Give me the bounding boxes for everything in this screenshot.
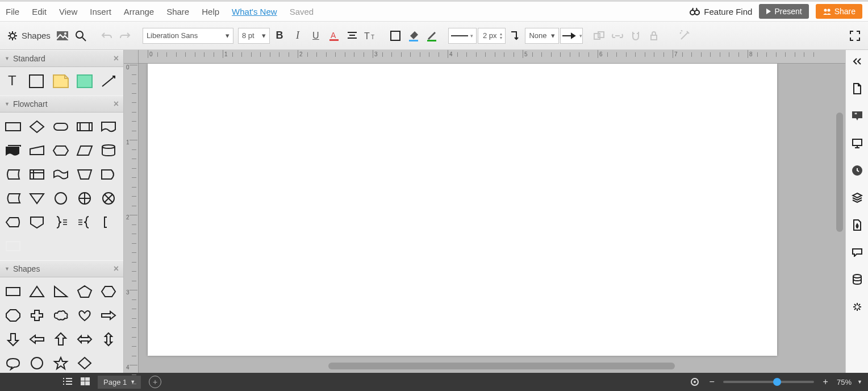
undo-button[interactable] [98,27,115,44]
menu-whats-new[interactable]: What's New [232,7,277,16]
shape-circle[interactable] [27,353,47,373]
dock-master-button[interactable] [850,218,864,232]
category-header-shapes[interactable]: ▼ Shapes × [0,260,123,277]
shape-process[interactable] [3,117,23,136]
view-grid-button[interactable] [81,377,90,387]
arrow-end-select[interactable]: ▾ [560,28,583,44]
category-header-standard[interactable]: ▼ Standard × [0,50,123,67]
menu-file[interactable]: File [6,7,19,16]
shape-diamond[interactable] [75,353,94,373]
shape-star[interactable] [51,353,70,373]
dock-collapse-button[interactable] [850,55,864,68]
zoom-out-button[interactable]: − [706,376,717,388]
shape-summing[interactable] [99,189,118,208]
shape-note[interactable] [51,72,70,91]
shape-offpage[interactable] [27,213,47,232]
shape-arrow-left[interactable] [27,330,47,349]
scrollbar-horizontal[interactable] [328,363,675,369]
fill-color-button[interactable] [405,27,422,44]
shape-display[interactable] [3,213,23,232]
shape-storeddata[interactable] [3,189,23,208]
lock-button[interactable] [645,27,662,44]
fullscreen-button[interactable] [846,27,863,44]
text-color-button[interactable]: A [326,27,343,44]
shape-block[interactable] [27,72,47,91]
font-family-select[interactable]: Liberation Sans ▾ [143,28,233,44]
dock-page-button[interactable] [850,82,864,95]
shape-brace-l[interactable] [75,213,94,232]
search-button[interactable] [72,27,89,44]
shape-arrow-ud[interactable] [99,330,118,349]
line-color-button[interactable] [423,27,440,44]
line-style-select[interactable]: ▾ [448,28,477,44]
shape-document[interactable] [99,117,118,136]
stepper-up-icon[interactable]: ▲ [499,32,503,36]
dock-magic-button[interactable] [850,300,864,314]
bold-button[interactable]: B [271,27,288,44]
menu-view[interactable]: View [59,7,77,16]
dock-layers-button[interactable] [850,191,864,205]
shape-line[interactable] [99,72,118,91]
shape-preparation[interactable] [51,141,70,160]
canvas-area[interactable]: 012345678 01234 [124,50,845,373]
dock-present-button[interactable] [850,136,864,150]
zoom-slider-knob[interactable] [773,378,781,386]
text-size-button[interactable]: TT [362,27,379,44]
shape-connector[interactable] [51,189,70,208]
category-header-flowchart[interactable]: ▼ Flowchart × [0,95,123,113]
shape-delay[interactable] [99,165,118,184]
menu-help[interactable]: Help [202,7,219,16]
menu-arrange[interactable]: Arrange [124,7,154,16]
shape-or[interactable] [75,189,94,208]
shape-pentagon[interactable] [75,282,94,301]
line-routing-button[interactable] [507,27,524,44]
redo-button[interactable] [116,27,133,44]
magnet-button[interactable] [627,27,644,44]
align-button[interactable] [344,27,361,44]
add-page-button[interactable]: + [149,376,161,388]
shape-octagon[interactable] [3,306,23,325]
border-button[interactable] [387,27,404,44]
underline-button[interactable]: U [307,27,324,44]
shape-data[interactable] [75,141,94,160]
dock-history-button[interactable] [850,164,864,177]
shape-righttri[interactable] [51,282,70,301]
dock-data-button[interactable] [850,273,864,286]
stepper-down-icon[interactable]: ▼ [499,36,503,40]
present-button[interactable]: Present [759,4,808,19]
shape-merge[interactable] [27,189,47,208]
shape-manualinput[interactable] [27,141,47,160]
shapes-manager-button[interactable]: Shapes [5,28,53,44]
shape-heart[interactable] [75,306,94,325]
share-button[interactable]: Share [816,4,862,19]
shape-brace-r[interactable] [51,213,70,232]
menu-share[interactable]: Share [166,7,189,16]
shape-multidoc[interactable] [3,141,23,160]
send-back-button[interactable] [591,27,608,44]
shape-text[interactable]: T [3,72,23,91]
shape-decision[interactable] [27,117,47,136]
canvas-page[interactable] [148,64,777,356]
zoom-fit-button[interactable] [689,376,700,388]
link-button[interactable] [609,27,626,44]
menu-insert[interactable]: Insert [90,7,111,16]
shape-note-bracket[interactable] [99,213,118,232]
shape-database[interactable] [99,141,118,160]
scrollbar-vertical[interactable] [836,113,843,232]
view-list-button[interactable] [62,377,73,387]
shape-papertape[interactable] [51,165,70,184]
zoom-slider[interactable] [723,381,814,383]
close-icon[interactable]: × [114,53,119,64]
shape-directdata[interactable] [3,165,23,184]
shape-terminator[interactable] [51,117,70,136]
close-icon[interactable]: × [114,99,119,109]
page-tab[interactable]: Page 1 ▼ [98,376,141,389]
menu-edit[interactable]: Edit [32,7,47,16]
wand-button[interactable] [676,27,693,44]
shape-blank[interactable] [3,236,23,256]
zoom-in-button[interactable]: + [820,376,831,388]
shape-arrow-down[interactable] [3,330,23,349]
shape-callout-rnd[interactable] [3,353,23,373]
shape-cross[interactable] [27,306,47,325]
shape-manualop[interactable] [75,165,94,184]
